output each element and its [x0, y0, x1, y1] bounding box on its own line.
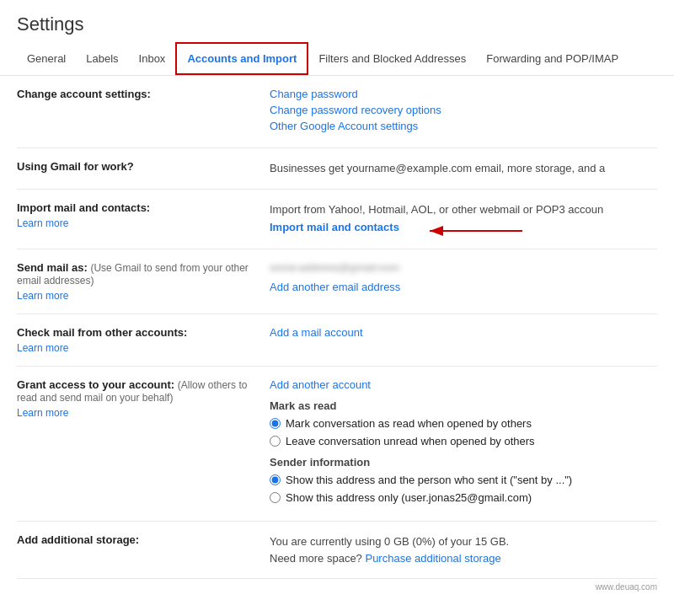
radio-mark-read-label: Mark conversation as read when opened by… [286, 417, 532, 430]
label-add-storage: Add additional storage: [17, 533, 270, 546]
other-google-account-link[interactable]: Other Google Account settings [270, 120, 657, 132]
content-check-mail: Add a mail account [270, 326, 657, 342]
content-import-mail: Import from Yahoo!, Hotmail, AOL, or oth… [270, 201, 657, 238]
sender-info-title: Sender information [270, 456, 657, 469]
import-mail-title: Import mail and contacts: [17, 201, 150, 214]
radio-mark-read[interactable]: Mark conversation as read when opened by… [270, 417, 657, 430]
grant-access-title: Grant access to your account: [17, 378, 174, 391]
add-email-address-link[interactable]: Add another email address [270, 281, 657, 293]
radio-show-address-person[interactable]: Show this address and the person who sen… [270, 474, 657, 486]
label-gmail-work: Using Gmail for work? [17, 160, 270, 173]
radio-show-address-only-label: Show this address only (user.jonas25@gma… [286, 491, 532, 504]
radio-leave-unread[interactable]: Leave conversation unread when opened by… [270, 435, 657, 447]
purchase-storage-link[interactable]: Purchase additional storage [365, 552, 500, 565]
add-mail-account-link[interactable]: Add a mail account [270, 326, 657, 339]
red-arrow-annotation [421, 221, 531, 241]
radio-mark-read-input[interactable] [270, 418, 281, 429]
storage-prefix: Need more space? [270, 552, 362, 565]
row-change-account: Change account settings: Change password… [17, 76, 657, 148]
sender-info-group: Sender information Show this address and… [270, 456, 657, 504]
add-storage-title: Add additional storage: [17, 533, 139, 546]
label-change-account: Change account settings: [17, 88, 270, 100]
tab-forwarding[interactable]: Forwarding and POP/IMAP [476, 44, 629, 73]
tab-labels[interactable]: Labels [76, 44, 128, 73]
radio-show-address-person-input[interactable] [270, 474, 281, 485]
gmail-work-text: Businesses get yourname@example.com emai… [270, 162, 605, 174]
page-title: Settings [0, 0, 674, 42]
gmail-work-title: Using Gmail for work? [17, 160, 134, 173]
add-another-account-link[interactable]: Add another account [270, 378, 657, 391]
label-send-mail: Send mail as: (Use Gmail to send from yo… [17, 261, 270, 302]
change-password-recovery-link[interactable]: Change password recovery options [270, 104, 657, 116]
grant-access-learn-more[interactable]: Learn more [17, 407, 253, 419]
content-add-storage: You are currently using 0 GB (0%) of you… [270, 533, 657, 566]
row-add-storage: Add additional storage: You are currentl… [17, 522, 657, 579]
send-mail-title: Send mail as: [17, 261, 88, 274]
radio-show-address-only[interactable]: Show this address only (user.jonas25@gma… [270, 491, 657, 504]
mark-as-read-title: Mark as read [270, 399, 657, 412]
import-mail-contacts-link[interactable]: Import mail and contacts [270, 221, 399, 233]
radio-leave-unread-label: Leave conversation unread when opened by… [286, 435, 535, 447]
tab-general[interactable]: General [17, 44, 76, 73]
label-grant-access: Grant access to your account: (Allow oth… [17, 378, 270, 419]
radio-leave-unread-input[interactable] [270, 436, 281, 447]
import-mail-text: Import from Yahoo!, Hotmail, AOL, or oth… [270, 203, 603, 216]
label-import-mail: Import mail and contacts: Learn more [17, 201, 270, 229]
send-mail-email: some.address@gmail.com [270, 261, 399, 274]
content-send-mail: some.address@gmail.com Add another email… [270, 261, 657, 297]
content-grant-access: Add another account Mark as read Mark co… [270, 378, 657, 509]
radio-show-address-person-label: Show this address and the person who sen… [286, 474, 572, 486]
watermark: www.deuaq.com [0, 579, 674, 595]
send-mail-learn-more[interactable]: Learn more [17, 290, 253, 302]
mark-as-read-group: Mark as read Mark conversation as read w… [270, 399, 657, 447]
tab-inbox[interactable]: Inbox [129, 44, 176, 73]
row-check-mail: Check mail from other accounts: Learn mo… [17, 314, 657, 367]
content-gmail-work: Businesses get yourname@example.com emai… [270, 160, 657, 177]
storage-text: You are currently using 0 GB (0%) of you… [270, 535, 509, 548]
tab-accounts-import[interactable]: Accounts and Import [175, 42, 308, 75]
label-check-mail: Check mail from other accounts: Learn mo… [17, 326, 270, 354]
change-account-title: Change account settings: [17, 88, 151, 100]
row-grant-access: Grant access to your account: (Allow oth… [17, 367, 657, 522]
radio-show-address-only-input[interactable] [270, 492, 281, 503]
row-gmail-work: Using Gmail for work? Businesses get you… [17, 148, 657, 190]
settings-content: Change account settings: Change password… [0, 76, 674, 579]
tab-filters[interactable]: Filters and Blocked Addresses [308, 44, 476, 73]
change-password-link[interactable]: Change password [270, 88, 657, 100]
content-change-account: Change password Change password recovery… [270, 88, 657, 136]
row-import-mail: Import mail and contacts: Learn more Imp… [17, 190, 657, 250]
tabs-bar: General Labels Inbox Accounts and Import… [0, 42, 674, 76]
import-mail-learn-more[interactable]: Learn more [17, 217, 253, 229]
check-mail-title: Check mail from other accounts: [17, 326, 187, 339]
check-mail-learn-more[interactable]: Learn more [17, 342, 253, 354]
row-send-mail: Send mail as: (Use Gmail to send from yo… [17, 249, 657, 314]
